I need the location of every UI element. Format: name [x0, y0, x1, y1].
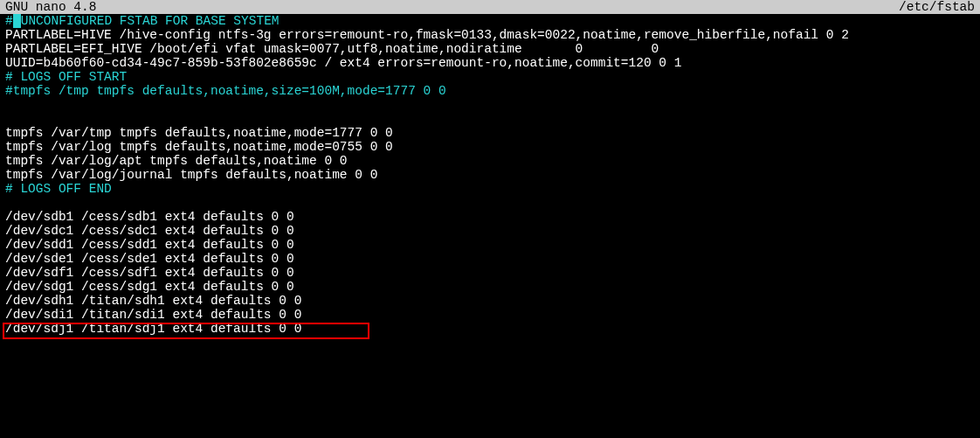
highlighted-row: /dev/sdj1 /titan/sdj1 ext4 defaults 0 0: [0, 322, 980, 336]
app-name: GNU nano 4.8: [5, 0, 96, 14]
fstab-line: UUID=b4b60f60-cd34-49c7-859b-53f802e8659…: [0, 56, 980, 70]
fstab-line: tmpfs /var/log/apt tmpfs defaults,noatim…: [0, 154, 980, 168]
editor-area[interactable]: # UNCONFIGURED FSTAB FOR BASE SYSTEM PAR…: [0, 14, 980, 336]
fstab-line: tmpfs /var/log/journal tmpfs defaults,no…: [0, 168, 980, 182]
fstab-line: PARTLABEL=EFI_HIVE /boot/efi vfat umask=…: [0, 42, 980, 56]
fstab-line: /dev/sdd1 /cess/sdd1 ext4 defaults 0 0: [0, 238, 980, 252]
fstab-line-comment: # LOGS OFF END: [0, 182, 980, 196]
fstab-line: /dev/sdb1 /cess/sdb1 ext4 defaults 0 0: [0, 210, 980, 224]
fstab-line: /dev/sdf1 /cess/sdf1 ext4 defaults 0 0: [0, 266, 980, 280]
fstab-line: tmpfs /var/tmp tmpfs defaults,noatime,mo…: [0, 126, 980, 140]
fstab-line: /dev/sdh1 /titan/sdh1 ext4 defaults 0 0: [0, 294, 980, 308]
header-text: UNCONFIGURED FSTAB FOR BASE SYSTEM: [21, 14, 280, 28]
title-bar: GNU nano 4.8 /etc/fstab: [0, 0, 980, 14]
fstab-line: /dev/sdi1 /titan/sdi1 ext4 defaults 0 0: [0, 308, 980, 322]
fstab-line-blank: [0, 98, 980, 112]
fstab-line: tmpfs /var/log tmpfs defaults,noatime,mo…: [0, 140, 980, 154]
file-name: /etc/fstab: [899, 0, 975, 14]
fstab-line: PARTLABEL=HIVE /hive-config ntfs-3g erro…: [0, 28, 980, 42]
fstab-line-comment: #tmpfs /tmp tmpfs defaults,noatime,size=…: [0, 84, 980, 98]
cursor: [13, 14, 21, 28]
fstab-line: /dev/sdg1 /cess/sdg1 ext4 defaults 0 0: [0, 280, 980, 294]
fstab-line-blank: [0, 112, 980, 126]
fstab-line: /dev/sdc1 /cess/sdc1 ext4 defaults 0 0: [0, 224, 980, 238]
title-spacer: [96, 0, 899, 14]
fstab-line: /dev/sdj1 /titan/sdj1 ext4 defaults 0 0: [0, 322, 301, 336]
fstab-line-comment-header: # UNCONFIGURED FSTAB FOR BASE SYSTEM: [0, 14, 980, 28]
fstab-line-comment: # LOGS OFF START: [0, 70, 980, 84]
fstab-line-blank: [0, 196, 980, 210]
hash-prefix: #: [5, 14, 13, 28]
fstab-line: /dev/sde1 /cess/sde1 ext4 defaults 0 0: [0, 252, 980, 266]
